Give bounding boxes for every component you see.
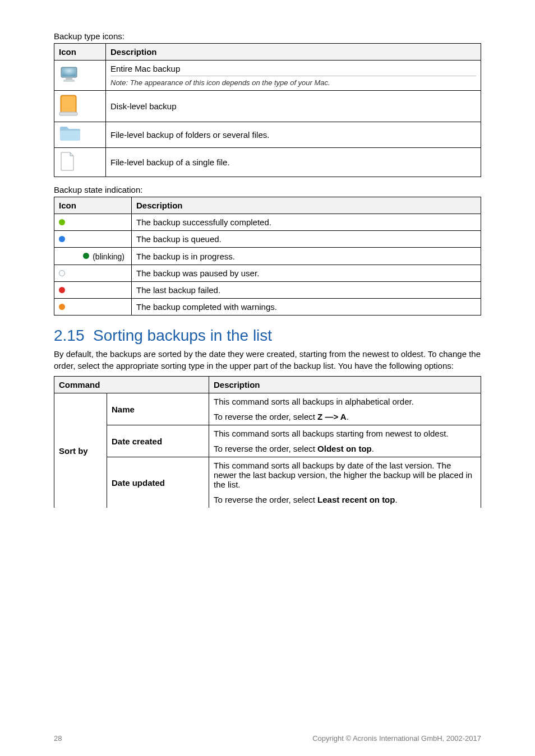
status-dot-success-icon <box>59 219 65 225</box>
svg-rect-1 <box>66 77 72 80</box>
status-ring-paused-icon <box>59 270 65 276</box>
svg-rect-2 <box>63 80 75 82</box>
table-row: Date updated This command sorts all back… <box>54 457 481 508</box>
sortby-label: Sort by <box>59 446 88 456</box>
svg-rect-4 <box>62 96 75 112</box>
section-number: 2.15 <box>54 327 85 344</box>
section-paragraph: By default, the backups are sorted by th… <box>54 348 481 372</box>
status-dot-queued-icon <box>59 236 65 242</box>
description-cell: Entire Mac backup Note: The appearance o… <box>106 61 481 91</box>
table-header-row: Command Description <box>54 377 481 393</box>
icon-cell <box>54 61 106 91</box>
table-header-row: Icon Description <box>54 44 481 61</box>
status-dot-warning-icon <box>59 304 65 310</box>
icon-cell <box>54 148 106 177</box>
table-row: File-level backup of a single file. <box>54 148 481 177</box>
page-container: Backup type icons: Icon Description <box>0 0 535 756</box>
description-cell: This command sorts all backups by date o… <box>209 457 481 508</box>
desc-line: To reverse the order, select Oldest on t… <box>214 444 476 453</box>
icon-cell <box>54 265 132 282</box>
icon-cell <box>54 91 106 122</box>
icon-cell <box>54 282 132 299</box>
file-icon <box>59 151 76 173</box>
section-heading: 2.15 Sorting backups in the list <box>54 327 481 345</box>
icon-cell <box>54 231 132 248</box>
svg-rect-5 <box>59 112 77 115</box>
svg-rect-6 <box>60 131 80 141</box>
description-cell: The last backup failed. <box>132 282 481 299</box>
desc-line: This command sorts all backups in alphab… <box>214 397 476 406</box>
header-description: Description <box>209 377 481 393</box>
table-header-row: Icon Description <box>54 197 481 214</box>
monitor-icon <box>59 64 79 86</box>
icon-cell <box>54 122 106 148</box>
backup-type-table: Icon Description <box>54 43 481 177</box>
description-cell: Disk-level backup <box>106 91 481 122</box>
header-description: Description <box>132 197 481 214</box>
folder-icon <box>59 126 81 144</box>
icon-cell <box>54 299 132 316</box>
section-title: Sorting backups in the list <box>93 327 272 344</box>
entire-mac-label: Entire Mac backup <box>110 64 180 73</box>
table-row: (blinking) The backup is in progress. <box>54 248 481 265</box>
table-row: The backup successfully completed. <box>54 214 481 231</box>
icon-cell: (blinking) <box>54 248 132 265</box>
status-dot-progress-icon <box>83 253 89 259</box>
header-command: Command <box>54 377 209 393</box>
description-cell: File-level backup of folders or several … <box>106 122 481 148</box>
sortby-cell: Sort by <box>54 393 107 508</box>
desc-line: This command sorts all backups starting … <box>214 429 476 438</box>
command-name: Name <box>107 393 209 425</box>
copyright: Copyright © Acronis International GmbH, … <box>312 734 481 743</box>
table-row: The backup completed with warnings. <box>54 299 481 316</box>
table-row: File-level backup of folders or several … <box>54 122 481 148</box>
icon-cell <box>54 214 132 231</box>
disk-icon <box>59 94 78 118</box>
desc-line: To reverse the order, select Least recen… <box>214 495 476 504</box>
desc-line: To reverse the order, select Z —> A. <box>214 412 476 421</box>
sorting-table: Command Description Sort by Name This co… <box>54 376 481 508</box>
description-cell: The backup successfully completed. <box>132 214 481 231</box>
description-cell: The backup completed with warnings. <box>132 299 481 316</box>
table-row: Sort by Name This command sorts all back… <box>54 393 481 425</box>
command-name: Date updated <box>107 457 209 508</box>
backup-state-intro: Backup state indication: <box>54 185 481 194</box>
page-number: 28 <box>54 734 62 743</box>
entire-mac-note: Note: The appearance of this icon depend… <box>110 76 476 87</box>
header-description: Description <box>106 44 481 61</box>
table-row: Disk-level backup <box>54 91 481 122</box>
table-row: Date created This command sorts all back… <box>54 425 481 457</box>
backup-state-table: Icon Description The backup successfully… <box>54 197 481 316</box>
command-name: Date created <box>107 425 209 457</box>
description-cell: The backup was paused by user. <box>132 265 481 282</box>
description-cell: This command sorts all backups in alphab… <box>209 393 481 425</box>
table-row: Entire Mac backup Note: The appearance o… <box>54 61 481 91</box>
description-cell: The backup is queued. <box>132 231 481 248</box>
description-cell: This command sorts all backups starting … <box>209 425 481 457</box>
header-icon: Icon <box>54 44 106 61</box>
header-icon: Icon <box>54 197 132 214</box>
description-cell: File-level backup of a single file. <box>106 148 481 177</box>
blinking-label: (blinking) <box>93 252 124 261</box>
page-footer: 28 Copyright © Acronis International Gmb… <box>54 734 481 743</box>
desc-line: This command sorts all backups by date o… <box>214 461 476 489</box>
status-dot-failed-icon <box>59 287 65 293</box>
table-row: The last backup failed. <box>54 282 481 299</box>
description-cell: The backup is in progress. <box>132 248 481 265</box>
backup-type-intro: Backup type icons: <box>54 31 481 41</box>
table-row: The backup is queued. <box>54 231 481 248</box>
table-row: The backup was paused by user. <box>54 265 481 282</box>
